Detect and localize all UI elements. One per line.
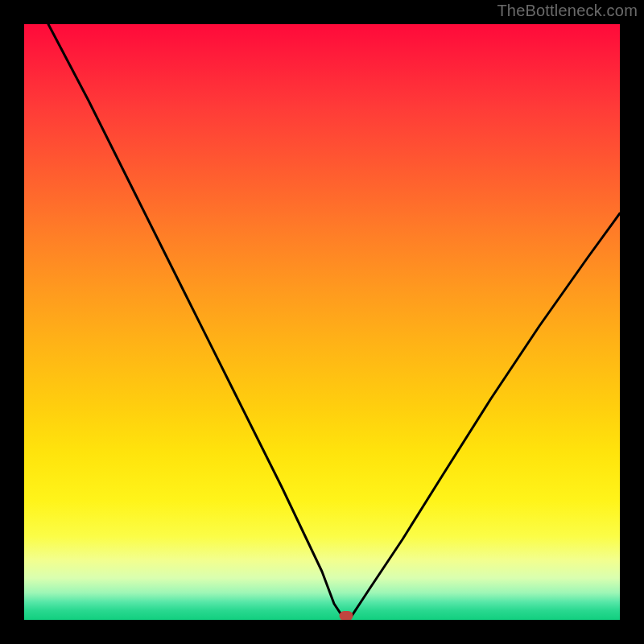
- chart-frame: TheBottleneck.com: [0, 0, 644, 644]
- curve-path: [48, 24, 620, 616]
- bottleneck-curve: [24, 24, 620, 620]
- optimal-point-marker: [340, 611, 353, 620]
- watermark-text: TheBottleneck.com: [497, 2, 638, 20]
- plot-area: [24, 24, 620, 620]
